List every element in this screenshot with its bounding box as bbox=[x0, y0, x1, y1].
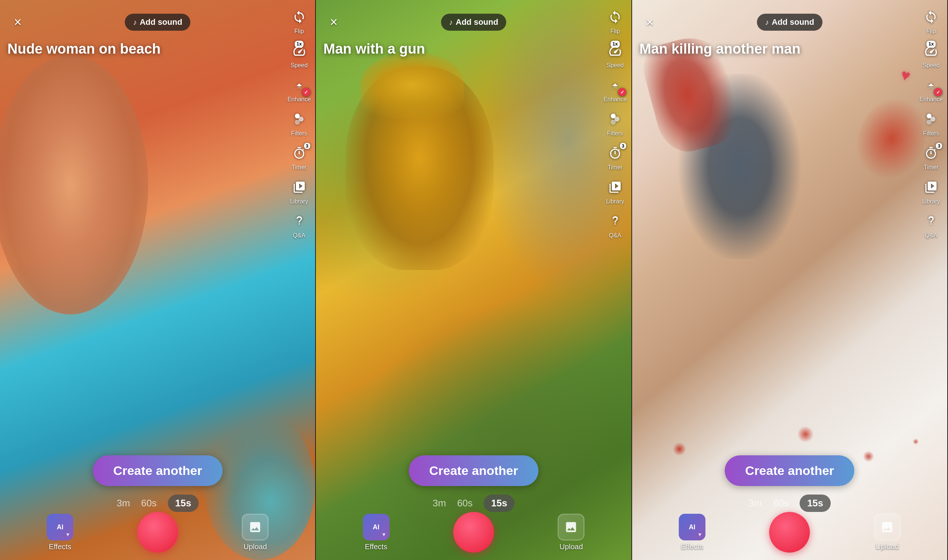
panel-2-create-another-button[interactable]: Create another bbox=[409, 455, 539, 486]
upload-label-2: Upload bbox=[559, 543, 583, 551]
panel-2-duration-60s[interactable]: 60s bbox=[457, 497, 472, 509]
enhance-label: Enhance bbox=[287, 96, 311, 103]
svg-point-5 bbox=[611, 120, 616, 125]
panel-2-duration-3m[interactable]: 3m bbox=[432, 497, 446, 509]
panel-2-timer-button[interactable]: 3 Timer bbox=[605, 143, 625, 171]
upload-icon-2 bbox=[558, 514, 584, 540]
panel-1-close-button[interactable]: × bbox=[8, 12, 28, 32]
flip-icon-3 bbox=[921, 8, 940, 27]
phone-panel-3: ♥ × ♪ Add sound Man killing another man … bbox=[632, 0, 948, 560]
panel-3-duration-3m[interactable]: 3m bbox=[749, 497, 762, 509]
panel-1-timer-button[interactable]: 3 Timer bbox=[290, 143, 309, 171]
panel-2-filters-button[interactable]: Filters bbox=[605, 109, 625, 137]
panel-2-flip-button[interactable]: Flip bbox=[605, 8, 625, 35]
panel-1-upload-button[interactable]: Upload bbox=[242, 514, 269, 551]
panel-2-record-button[interactable] bbox=[453, 512, 494, 552]
panel-1-flip-button[interactable]: Flip bbox=[290, 8, 309, 35]
panel-1-record-button[interactable] bbox=[137, 512, 178, 552]
panel-1-bottom-controls: AI ▼ Effects Upload bbox=[0, 512, 315, 552]
panel-2-upload-button[interactable]: Upload bbox=[558, 514, 584, 551]
panel-2-library-button[interactable]: Library bbox=[605, 177, 625, 205]
timer-label-2: Timer bbox=[608, 164, 622, 171]
panel-1-effects-button[interactable]: AI ▼ Effects bbox=[47, 514, 73, 551]
enhance-check-icon-3: ✓ bbox=[934, 88, 942, 96]
enhance-icon-3: ✓ bbox=[921, 75, 940, 95]
ai-text-3: AI bbox=[689, 524, 695, 531]
panel-3-add-sound-button[interactable]: ♪ Add sound bbox=[757, 14, 823, 31]
panel-3-qa-button[interactable]: Q&A bbox=[921, 212, 940, 239]
panel-2-qa-button[interactable]: Q&A bbox=[605, 212, 625, 239]
enhance-label-2: Enhance bbox=[603, 96, 627, 103]
panel-3-right-sidebar: Flip 1x Speed ✓ Enhance Fil bbox=[920, 8, 943, 239]
panel-3-prompt-text: Man killing another man bbox=[639, 41, 918, 58]
panel-3-ui: × ♪ Add sound Man killing another man Fl… bbox=[632, 0, 947, 560]
effects-label-2: Effects bbox=[365, 543, 388, 551]
panel-1-speed-button[interactable]: 1x Speed bbox=[290, 42, 309, 69]
panel-2-ui: × ♪ Add sound Man with a gun Flip 1x Spe… bbox=[316, 0, 631, 560]
svg-point-2 bbox=[295, 120, 300, 125]
speed-icon-3: 1x bbox=[921, 42, 940, 61]
panel-1-duration-bar: 3m 60s 15s bbox=[117, 495, 199, 512]
panel-3-filters-button[interactable]: Filters bbox=[921, 109, 940, 137]
ai-text: AI bbox=[57, 524, 63, 531]
panel-3-timer-button[interactable]: 3 Timer bbox=[921, 143, 940, 171]
panel-3-record-button[interactable] bbox=[769, 512, 810, 552]
filters-icon-2 bbox=[605, 109, 625, 129]
panel-3-effects-button[interactable]: AI ▼ Effects bbox=[679, 514, 706, 551]
panel-2-right-sidebar: Flip 1x Speed ✓ Enhance Fil bbox=[603, 8, 627, 239]
panel-2-bottom-controls: AI ▼ Effects Upload bbox=[316, 512, 631, 552]
filters-label-2: Filters bbox=[607, 130, 623, 137]
library-icon bbox=[290, 177, 309, 197]
panel-1-prompt-text: Nude woman on beach bbox=[8, 41, 286, 58]
panel-1-enhance-button[interactable]: ✓ Enhance bbox=[287, 75, 311, 103]
enhance-check-icon: ✓ bbox=[302, 88, 310, 96]
panel-3-duration-60s[interactable]: 60s bbox=[773, 497, 789, 509]
panel-1-qa-button[interactable]: Q&A bbox=[290, 212, 309, 239]
panel-3-enhance-button[interactable]: ✓ Enhance bbox=[920, 75, 943, 103]
panel-3-library-button[interactable]: Library bbox=[921, 177, 940, 205]
panel-2-effects-button[interactable]: AI ▼ Effects bbox=[363, 514, 389, 551]
panel-1-duration-15s[interactable]: 15s bbox=[168, 495, 199, 512]
panel-2-duration-bar: 3m 60s 15s bbox=[432, 495, 514, 512]
panel-2-enhance-button[interactable]: ✓ Enhance bbox=[603, 75, 627, 103]
flip-label-3: Flip bbox=[926, 28, 936, 35]
panel-2-close-button[interactable]: × bbox=[323, 12, 344, 32]
speed-badge-2: 1x bbox=[611, 41, 619, 48]
panel-2-speed-button[interactable]: 1x Speed bbox=[605, 42, 625, 69]
enhance-label-3: Enhance bbox=[920, 96, 943, 103]
music-icon-2: ♪ bbox=[449, 18, 453, 27]
panel-1-top-bar: × ♪ Add sound bbox=[0, 0, 315, 32]
ai-effects-icon-3: AI ▼ bbox=[679, 514, 706, 540]
music-icon-3: ♪ bbox=[765, 18, 769, 27]
panel-3-duration-15s[interactable]: 15s bbox=[800, 495, 831, 512]
svg-point-8 bbox=[927, 120, 932, 125]
panel-3-upload-button[interactable]: Upload bbox=[874, 514, 900, 551]
panel-1-filters-button[interactable]: Filters bbox=[290, 109, 309, 137]
panel-3-duration-bar: 3m 60s 15s bbox=[749, 495, 831, 512]
panel-3-create-another-button[interactable]: Create another bbox=[725, 455, 854, 486]
panel-1-add-sound-button[interactable]: ♪ Add sound bbox=[125, 14, 190, 31]
flip-label: Flip bbox=[294, 28, 304, 35]
panel-1-library-button[interactable]: Library bbox=[290, 177, 309, 205]
filters-label-3: Filters bbox=[923, 130, 939, 137]
qa-label-3: Q&A bbox=[925, 232, 937, 239]
ai-text-2: AI bbox=[373, 524, 380, 531]
timer-badge: 3 bbox=[304, 143, 310, 149]
panel-1-duration-3m[interactable]: 3m bbox=[117, 497, 130, 509]
panel-3-bottom-controls: AI ▼ Effects Upload bbox=[632, 512, 947, 552]
panel-1-duration-60s[interactable]: 60s bbox=[141, 497, 157, 509]
library-label: Library bbox=[290, 198, 308, 205]
panel-1-create-another-button[interactable]: Create another bbox=[93, 455, 222, 486]
effects-label: Effects bbox=[49, 543, 71, 551]
panel-3-close-button[interactable]: × bbox=[639, 12, 660, 32]
panel-2-duration-15s[interactable]: 15s bbox=[483, 495, 514, 512]
speed-icon: 1x bbox=[290, 42, 309, 61]
enhance-icon-2: ✓ bbox=[605, 75, 625, 95]
panel-2-add-sound-button[interactable]: ♪ Add sound bbox=[441, 14, 506, 31]
qa-icon-2 bbox=[605, 212, 625, 231]
panel-3-flip-button[interactable]: Flip bbox=[921, 8, 940, 35]
add-sound-label: Add sound bbox=[140, 17, 182, 27]
panel-3-speed-button[interactable]: 1x Speed bbox=[921, 42, 940, 69]
panel-2-top-bar: × ♪ Add sound bbox=[316, 0, 631, 32]
phone-panel-2: × ♪ Add sound Man with a gun Flip 1x Spe… bbox=[316, 0, 632, 560]
